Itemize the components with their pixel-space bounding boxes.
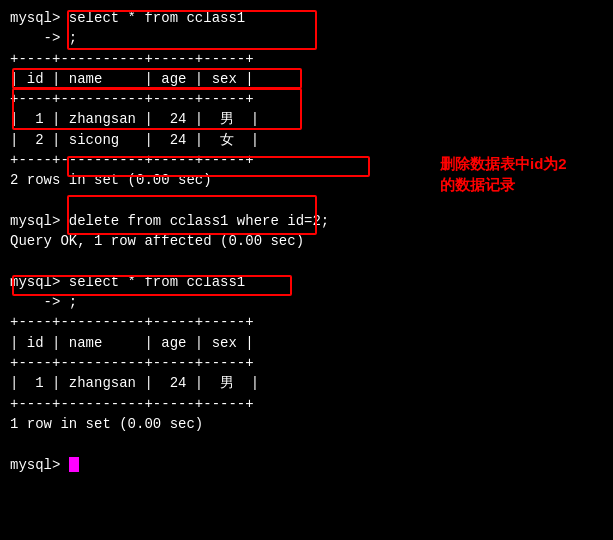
line-22 (10, 434, 603, 454)
line-13 (10, 252, 603, 272)
line-23: mysql> (10, 455, 603, 475)
terminal-content: mysql> select * from cclass1 -> ; +----+… (10, 8, 603, 475)
line-20: +----+----------+-----+-----+ (10, 394, 603, 414)
line-12: Query OK, 1 row affected (0.00 sec) (10, 231, 603, 251)
line-7: | 2 | sicong | 24 | 女 | (10, 130, 603, 150)
line-16: +----+----------+-----+-----+ (10, 312, 603, 332)
terminal: mysql> select * from cclass1 -> ; +----+… (10, 8, 603, 532)
line-18: +----+----------+-----+-----+ (10, 353, 603, 373)
line-5: +----+----------+-----+-----+ (10, 89, 603, 109)
line-17: | id | name | age | sex | (10, 333, 603, 353)
line-1: mysql> select * from cclass1 (10, 8, 603, 28)
line-11: mysql> delete from cclass1 where id=2; (10, 211, 603, 231)
annotation-text: 删除数据表中id为2的数据记录 (440, 153, 595, 195)
line-21: 1 row in set (0.00 sec) (10, 414, 603, 434)
line-19: | 1 | zhangsan | 24 | 男 | (10, 373, 603, 393)
line-6: | 1 | zhangsan | 24 | 男 | (10, 109, 603, 129)
line-15: -> ; (10, 292, 603, 312)
line-4: | id | name | age | sex | (10, 69, 603, 89)
line-14: mysql> select * from cclass1 (10, 272, 603, 292)
line-2: -> ; (10, 28, 603, 48)
line-3: +----+----------+-----+-----+ (10, 49, 603, 69)
